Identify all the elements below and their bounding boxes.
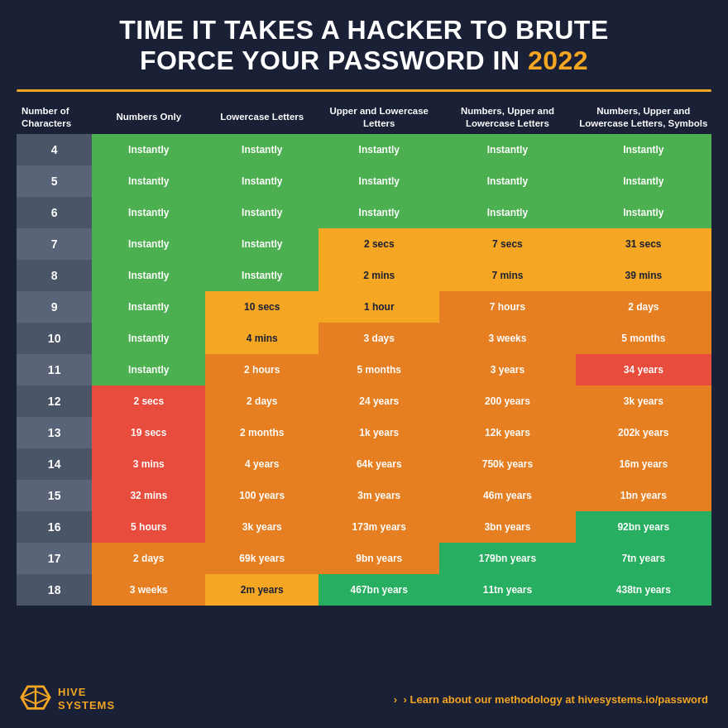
data-cell: 46m years bbox=[439, 480, 575, 511]
col-header-upper-lower: Upper and Lowercase Letters bbox=[318, 100, 439, 135]
data-cell: 32 mins bbox=[92, 480, 205, 511]
data-cell: 34 years bbox=[576, 354, 711, 386]
char-count-cell: 13 bbox=[17, 417, 92, 448]
data-cell: 2 mins bbox=[318, 260, 439, 291]
data-cell: Instantly bbox=[439, 134, 575, 165]
data-cell: Instantly bbox=[318, 134, 439, 165]
data-cell: 69k years bbox=[205, 543, 318, 574]
hive-brand-text: HIVE SYSTEMS bbox=[58, 686, 115, 711]
table-row: 1532 mins100 years3m years46m years1bn y… bbox=[17, 480, 711, 511]
char-count-cell: 15 bbox=[17, 480, 92, 511]
table-row: 11Instantly2 hours5 months3 years34 year… bbox=[17, 354, 711, 386]
data-cell: 3k years bbox=[576, 386, 711, 417]
data-cell: 24 years bbox=[318, 386, 439, 417]
data-cell: 2 hours bbox=[205, 354, 318, 386]
data-cell: 438tn years bbox=[576, 574, 711, 606]
data-cell: 31 secs bbox=[576, 228, 711, 260]
data-cell: 4 years bbox=[205, 448, 318, 480]
data-cell: 10 secs bbox=[205, 291, 318, 323]
data-cell: 5 hours bbox=[92, 511, 205, 543]
data-cell: 3k years bbox=[205, 511, 318, 543]
table-row: 1319 secs2 months1k years12k years202k y… bbox=[17, 417, 711, 448]
data-cell: 7tn years bbox=[576, 543, 711, 574]
footer-logo: HIVE SYSTEMS bbox=[20, 683, 115, 715]
data-cell: Instantly bbox=[576, 197, 711, 228]
main-container: TIME IT TAKES A HACKER TO BRUTE FORCE YO… bbox=[0, 0, 728, 728]
table-row: 10Instantly4 mins3 days3 weeks5 months bbox=[17, 323, 711, 354]
data-cell: Instantly bbox=[92, 197, 205, 228]
data-cell: 7 hours bbox=[439, 291, 575, 323]
char-count-cell: 18 bbox=[17, 574, 92, 606]
title-section: TIME IT TAKES A HACKER TO BRUTE FORCE YO… bbox=[17, 15, 711, 76]
char-count-cell: 9 bbox=[17, 291, 92, 323]
data-cell: 2 days bbox=[205, 386, 318, 417]
data-cell: 3 years bbox=[439, 354, 575, 386]
data-cell: Instantly bbox=[576, 165, 711, 197]
col-header-num-upper-lower: Numbers, Upper and Lowercase Letters bbox=[439, 100, 575, 135]
table-header-row: Number of Characters Numbers Only Lowerc… bbox=[17, 100, 711, 135]
col-header-numbers: Numbers Only bbox=[92, 100, 205, 135]
footer: HIVE SYSTEMS › › Learn about our methodo… bbox=[17, 675, 711, 718]
char-count-cell: 5 bbox=[17, 165, 92, 197]
table-row: 143 mins4 years64k years750k years16m ye… bbox=[17, 448, 711, 480]
data-cell: 3 days bbox=[318, 323, 439, 354]
data-cell: 7 mins bbox=[439, 260, 575, 291]
data-cell: 1 hour bbox=[318, 291, 439, 323]
data-cell: Instantly bbox=[92, 228, 205, 260]
hive-logo-icon bbox=[20, 683, 51, 715]
password-table: Number of Characters Numbers Only Lowerc… bbox=[17, 100, 711, 606]
table-row: 4InstantlyInstantlyInstantlyInstantlyIns… bbox=[17, 134, 711, 165]
data-cell: 2 days bbox=[92, 543, 205, 574]
data-cell: 1k years bbox=[318, 417, 439, 448]
col-header-chars: Number of Characters bbox=[17, 100, 92, 135]
char-count-cell: 6 bbox=[17, 197, 92, 228]
data-cell: 2 months bbox=[205, 417, 318, 448]
char-count-cell: 14 bbox=[17, 448, 92, 480]
data-cell: 2 days bbox=[576, 291, 711, 323]
table-row: 172 days69k years9bn years179bn years7tn… bbox=[17, 543, 711, 574]
char-count-cell: 10 bbox=[17, 323, 92, 354]
data-cell: 467bn years bbox=[318, 574, 439, 606]
data-cell: 64k years bbox=[318, 448, 439, 480]
data-cell: 2 secs bbox=[92, 386, 205, 417]
char-count-cell: 16 bbox=[17, 511, 92, 543]
table-row: 5InstantlyInstantlyInstantlyInstantlyIns… bbox=[17, 165, 711, 197]
col-header-lower: Lowercase Letters bbox=[205, 100, 318, 135]
data-cell: 179bn years bbox=[439, 543, 575, 574]
data-cell: 202k years bbox=[576, 417, 711, 448]
data-cell: 2 secs bbox=[318, 228, 439, 260]
table-row: 122 secs2 days24 years200 years3k years bbox=[17, 386, 711, 417]
data-cell: 12k years bbox=[439, 417, 575, 448]
char-count-cell: 11 bbox=[17, 354, 92, 386]
data-cell: Instantly bbox=[576, 134, 711, 165]
col-header-symbols: Numbers, Upper and Lowercase Letters, Sy… bbox=[576, 100, 711, 135]
char-count-cell: 8 bbox=[17, 260, 92, 291]
char-count-cell: 12 bbox=[17, 386, 92, 417]
data-cell: Instantly bbox=[205, 260, 318, 291]
char-count-cell: 4 bbox=[17, 134, 92, 165]
data-cell: 200 years bbox=[439, 386, 575, 417]
data-cell: 173m years bbox=[318, 511, 439, 543]
data-cell: 92bn years bbox=[576, 511, 711, 543]
data-cell: 9bn years bbox=[318, 543, 439, 574]
data-cell: Instantly bbox=[205, 197, 318, 228]
data-cell: Instantly bbox=[92, 354, 205, 386]
table-row: 8InstantlyInstantly2 mins7 mins39 mins bbox=[17, 260, 711, 291]
data-cell: Instantly bbox=[92, 134, 205, 165]
data-cell: 3 weeks bbox=[439, 323, 575, 354]
data-cell: Instantly bbox=[439, 197, 575, 228]
data-cell: Instantly bbox=[205, 228, 318, 260]
data-cell: Instantly bbox=[205, 134, 318, 165]
data-cell: 1bn years bbox=[576, 480, 711, 511]
data-cell: 4 mins bbox=[205, 323, 318, 354]
table-row: 165 hours3k years173m years3bn years92bn… bbox=[17, 511, 711, 543]
footer-cta: › › Learn about our methodology at hives… bbox=[394, 693, 708, 706]
table-row: 7InstantlyInstantly2 secs7 secs31 secs bbox=[17, 228, 711, 260]
data-cell: 11tn years bbox=[439, 574, 575, 606]
data-cell: Instantly bbox=[439, 165, 575, 197]
char-count-cell: 7 bbox=[17, 228, 92, 260]
data-cell: Instantly bbox=[318, 197, 439, 228]
data-cell: Instantly bbox=[92, 323, 205, 354]
footer-arrow-icon: › bbox=[394, 693, 397, 706]
data-cell: 2m years bbox=[205, 574, 318, 606]
